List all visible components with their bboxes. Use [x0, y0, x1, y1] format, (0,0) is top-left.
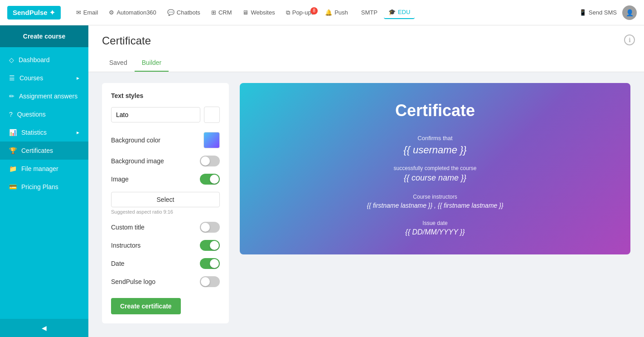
nav-badge: 8: [310, 7, 318, 15]
nav-icon: 🎓: [388, 9, 396, 15]
nav-right: 📱 Send SMS 👤: [579, 5, 637, 20]
cert-coursename: {{ course name }}: [404, 173, 466, 183]
cert-completed: successfully completed the course: [394, 165, 477, 171]
sendpulse-logo-toggle[interactable]: [200, 276, 220, 287]
bg-color-label: Background color: [111, 137, 160, 144]
sidebar-item-courses[interactable]: ☰Courses▸: [0, 69, 88, 87]
nav-icon: 🔔: [325, 9, 332, 16]
sidebar-icon: 💳: [9, 183, 17, 190]
content-area: Text styles Background color Background …: [88, 72, 644, 337]
custom-title-toggle[interactable]: [200, 222, 220, 233]
cert-username: {{ username }}: [403, 144, 466, 156]
sendpulse-logo-toggle-knob: [201, 277, 210, 286]
settings-panel: Text styles Background color Background …: [102, 83, 229, 323]
cert-date: {{ DD/MM/YYYY }}: [405, 228, 465, 236]
nav-item-pop-ups[interactable]: ⧉Pop-ups8: [281, 6, 319, 19]
sidebar-item-questions[interactable]: ?Questions: [0, 105, 88, 123]
tab-builder[interactable]: Builder: [135, 54, 169, 72]
instructors-row: Instructors: [111, 240, 220, 251]
top-nav: SendPulse ✦ ✉Email⚙Automation360💬Chatbot…: [0, 0, 644, 25]
cert-title: Certificate: [395, 101, 475, 120]
sendpulse-logo-row: SendPulse logo: [111, 276, 220, 287]
bg-image-toggle[interactable]: [200, 156, 220, 166]
nav-item-chatbots[interactable]: 💬Chatbots: [163, 6, 205, 19]
builder-layout: Text styles Background color Background …: [102, 83, 630, 323]
send-sms-button[interactable]: 📱 Send SMS: [579, 9, 617, 16]
text-styles-label: Text styles: [111, 92, 220, 99]
instructors-toggle[interactable]: [200, 240, 220, 251]
image-toggle-knob: [210, 175, 219, 184]
sidebar: Create course ◇Dashboard☰Courses▸✏Assign…: [0, 25, 88, 337]
cert-instructors-label: Course instructors: [413, 194, 457, 200]
tab-saved[interactable]: Saved: [102, 54, 135, 72]
nav-item-crm[interactable]: ⊞CRM: [207, 6, 237, 19]
bg-image-toggle-knob: [201, 156, 210, 166]
certificate-preview: Certificate Confirms that {{ username }}…: [240, 83, 630, 254]
date-toggle[interactable]: [200, 258, 220, 269]
nav-icon: 💬: [167, 9, 174, 16]
sidebar-collapse-button[interactable]: ◀: [0, 319, 88, 337]
bg-image-row: Background image: [111, 156, 220, 166]
nav-item-push[interactable]: 🔔Push: [320, 6, 353, 19]
sidebar-icon: ?: [9, 111, 13, 118]
nav-icon: ⊞: [211, 9, 216, 16]
sidebar-item-statistics[interactable]: 📊Statistics▸: [0, 123, 88, 142]
select-image-button[interactable]: Select: [111, 192, 220, 207]
date-toggle-knob: [210, 259, 219, 268]
main-content: Certificate SavedBuilder ℹ Text styles B…: [88, 25, 644, 337]
nav-item-websites[interactable]: 🖥Websites: [238, 6, 279, 19]
nav-icon: 🖥: [242, 9, 248, 16]
cert-issue-label: Issue date: [422, 220, 447, 226]
sidebar-icon: ☰: [9, 74, 15, 82]
page-header: Certificate SavedBuilder ℹ: [88, 25, 644, 72]
image-label: Image: [111, 176, 129, 183]
sidebar-item-dashboard[interactable]: ◇Dashboard: [0, 51, 88, 69]
phone-icon: 📱: [579, 9, 586, 16]
nav-items: ✉Email⚙Automation360💬Chatbots⊞CRM🖥Websit…: [72, 6, 579, 19]
chevron-left-icon: ◀: [42, 324, 47, 332]
font-row: [111, 107, 220, 123]
sidebar-icon: 📊: [9, 129, 17, 136]
sidebar-icon: ◇: [9, 56, 14, 63]
nav-icon: ✉: [76, 9, 81, 16]
sidebar-item-pricing-plans[interactable]: 💳Pricing Plans: [0, 178, 88, 196]
nav-item-automation360[interactable]: ⚙Automation360: [104, 6, 160, 19]
date-label: Date: [111, 260, 125, 267]
logo[interactable]: SendPulse ✦: [7, 6, 61, 20]
page-title: Certificate: [102, 34, 630, 47]
date-row: Date: [111, 258, 220, 269]
cert-instructors: {{ firstname lastname }} , {{ firstname …: [367, 202, 503, 209]
info-icon[interactable]: ℹ: [624, 34, 635, 45]
image-row: Image: [111, 174, 220, 185]
bg-color-swatch[interactable]: [203, 132, 220, 148]
aspect-hint: Suggested aspect ratio 9:16: [111, 209, 220, 215]
avatar[interactable]: 👤: [622, 5, 637, 20]
sidebar-nav: ◇Dashboard☰Courses▸✏Assignment answers?Q…: [0, 47, 88, 319]
instructors-toggle-knob: [210, 241, 219, 250]
bg-image-label: Background image: [111, 157, 164, 165]
instructors-label: Instructors: [111, 242, 140, 249]
nav-item-edu[interactable]: 🎓EDU: [384, 6, 415, 19]
create-certificate-button[interactable]: Create certificate: [111, 298, 181, 314]
image-toggle[interactable]: [200, 174, 220, 185]
nav-icon: ⚙: [109, 9, 114, 16]
font-color-swatch[interactable]: [204, 107, 220, 123]
create-course-button[interactable]: Create course: [0, 25, 88, 47]
sidebar-item-file-manager[interactable]: 📁File manager: [0, 160, 88, 178]
font-input[interactable]: [111, 107, 200, 122]
sendpulse-logo-label: SendPulse logo: [111, 278, 155, 285]
bg-color-row: Background color: [111, 132, 220, 148]
nav-item-email[interactable]: ✉Email: [72, 6, 103, 19]
custom-title-row: Custom title: [111, 222, 220, 233]
sidebar-item-assignment-answers[interactable]: ✏Assignment answers: [0, 87, 88, 105]
nav-item-smtp[interactable]: SMTP: [354, 6, 382, 19]
tabs: SavedBuilder: [102, 54, 630, 72]
sidebar-item-certificates[interactable]: 🏆Certificates: [0, 142, 88, 160]
sidebar-icon: ✏: [9, 93, 15, 100]
custom-title-toggle-knob: [201, 223, 210, 232]
cert-confirms: Confirms that: [417, 135, 452, 142]
expand-arrow: ▸: [77, 75, 79, 81]
expand-arrow: ▸: [77, 129, 79, 136]
custom-title-label: Custom title: [111, 224, 145, 231]
nav-icon: ⧉: [286, 9, 290, 16]
